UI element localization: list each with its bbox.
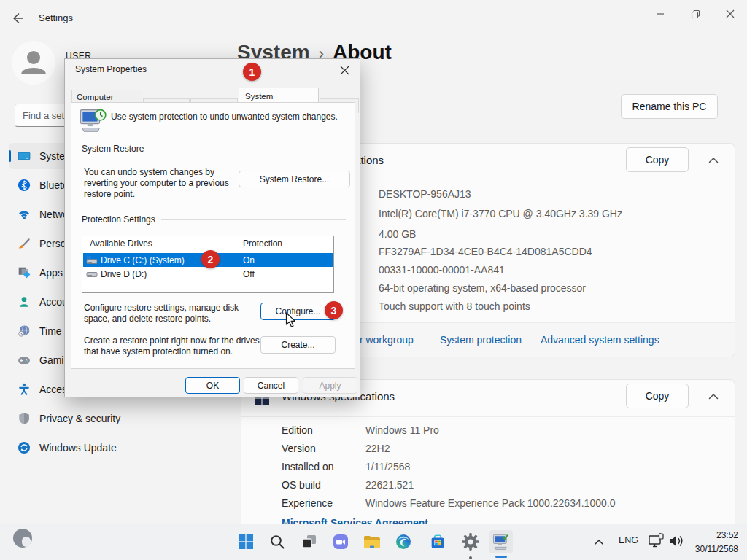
sidebar-item-privacy-security[interactable]: Privacy & security <box>9 405 228 432</box>
advanced-system-settings-link[interactable]: Advanced system settings <box>541 334 659 346</box>
bluetooth-icon <box>18 179 31 192</box>
configure-text: Configure restore settings, manage disk … <box>84 303 258 324</box>
installed-on-label: Installed on <box>282 461 334 472</box>
version-value: 22H2 <box>365 443 390 454</box>
system-restore-text: You can undo system changes by reverting… <box>84 167 239 200</box>
system-restore-heading: System Restore <box>82 144 346 154</box>
drives-table-header: Available Drives Protection <box>82 236 333 252</box>
accessibility-icon <box>18 383 31 396</box>
available-drives-header: Available Drives <box>90 238 152 249</box>
file-explorer-icon[interactable] <box>360 530 384 553</box>
product-id-value: 00331-10000-00001-AA841 <box>379 264 505 276</box>
dialog-intro-text: Use system protection to undo unwanted s… <box>111 112 352 122</box>
collapse-windows-specs-chevron[interactable] <box>705 388 721 404</box>
active-app-indicator <box>495 556 507 558</box>
system-properties-dialog: System Properties Computer Name Hardware… <box>64 58 360 397</box>
create-text: Create a restore point right now for the… <box>84 335 263 357</box>
create-button[interactable]: Create... <box>260 336 336 354</box>
tray-clock[interactable]: 23:52 30/11/2568 <box>695 529 738 556</box>
ok-button[interactable]: OK <box>185 377 240 394</box>
rename-pc-button[interactable]: Rename this PC <box>621 94 718 119</box>
tray-network-icon[interactable] <box>648 533 665 552</box>
update-icon <box>18 441 31 454</box>
system-protection-icon <box>79 108 107 136</box>
system-properties-taskbar-icon[interactable] <box>489 530 513 553</box>
window-title: Settings <box>39 12 73 23</box>
dialog-title: System Properties <box>75 64 147 74</box>
system-type-value: 64-bit operating system, x64-based proce… <box>379 282 586 294</box>
chat-icon[interactable] <box>329 530 352 553</box>
shield-icon <box>18 412 31 425</box>
drive-d-label: Drive D (D:) <box>98 269 147 279</box>
experience-value: Windows Feature Experience Pack 1000.226… <box>365 497 615 509</box>
edition-label: Edition <box>282 424 313 436</box>
installed-on-value: 1/11/2568 <box>365 461 410 472</box>
copy-windows-specs-button[interactable]: Copy <box>626 384 689 408</box>
annotation-badge-3: 3 <box>325 301 343 319</box>
gamepad-icon <box>18 354 31 367</box>
processor-value: Intel(R) Core(TM) i7-3770 CPU @ 3.40GHz … <box>379 208 622 219</box>
search-icon[interactable] <box>266 530 289 553</box>
apply-button[interactable]: Apply <box>303 377 357 394</box>
system-protection-link[interactable]: System protection <box>440 334 522 346</box>
drive-c-icon <box>86 255 98 265</box>
protection-settings-heading: Protection Settings <box>82 214 346 225</box>
globe-clock-icon <box>18 324 31 338</box>
drive-d-protection: Off <box>243 269 255 279</box>
tray-language[interactable]: ENG <box>619 535 638 545</box>
restore-button[interactable] <box>683 6 708 22</box>
apps-icon <box>18 266 31 279</box>
close-window-button[interactable] <box>718 6 743 22</box>
edition-value: Windows 11 Pro <box>365 424 439 436</box>
drive-d-icon <box>86 269 98 279</box>
wifi-icon <box>18 208 31 221</box>
drive-c-label: Drive C (C:) (System) <box>98 255 185 265</box>
start-button-icon[interactable] <box>234 530 258 553</box>
system-icon <box>18 149 31 163</box>
person-icon <box>18 295 31 308</box>
protection-header: Protection <box>243 238 282 249</box>
settings-running-indicator <box>469 556 472 559</box>
windows-specifications-card: Windows specifications Copy Edition Wind… <box>241 379 735 532</box>
experience-label: Experience <box>282 497 333 509</box>
brush-icon <box>18 237 31 250</box>
user-avatar[interactable] <box>12 41 55 85</box>
tray-chevron-up-icon[interactable] <box>593 536 605 549</box>
copy-device-specs-button[interactable]: Copy <box>626 147 689 172</box>
back-button[interactable] <box>9 10 25 26</box>
drive-c-protection: On <box>243 255 255 265</box>
ram-value: 4.00 GB <box>379 228 416 240</box>
taskbar: ENG 23:52 30/11/2568 <box>0 524 747 560</box>
mouse-cursor <box>285 312 297 331</box>
os-build-value: 22621.521 <box>365 479 414 491</box>
version-label: Version <box>282 443 316 454</box>
store-icon[interactable] <box>426 530 449 553</box>
settings-gear-icon[interactable] <box>459 530 482 553</box>
task-view-icon[interactable] <box>298 530 321 553</box>
pen-touch-value: Touch support with 8 touch points <box>379 300 530 312</box>
tray-volume-icon[interactable] <box>667 533 685 552</box>
minimize-button[interactable] <box>648 6 673 22</box>
tray-date: 30/11/2568 <box>695 542 738 556</box>
collapse-device-specs-chevron[interactable] <box>705 152 721 168</box>
sidebar-item-windows-update[interactable]: Windows Update <box>9 435 228 461</box>
edge-icon[interactable] <box>392 530 415 553</box>
device-id-value: FF3279AF-1D34-4CE0-B4C4-14D081A5CDD4 <box>379 246 592 257</box>
tray-time: 23:52 <box>695 529 738 542</box>
recorder-watermark-icon <box>12 528 33 548</box>
system-restore-button[interactable]: System Restore... <box>239 171 350 187</box>
settings-titlebar: Settings <box>0 0 747 35</box>
drive-d-row[interactable]: Drive D (D:) Off <box>83 267 333 281</box>
os-build-label: OS build <box>282 479 321 491</box>
annotation-badge-2: 2 <box>201 250 220 268</box>
annotation-badge-1: 1 <box>243 63 261 81</box>
cancel-button[interactable]: Cancel <box>244 377 298 394</box>
dialog-close-icon[interactable] <box>336 62 352 78</box>
device-name-value: DESKTOP-956AJ13 <box>379 188 471 200</box>
system-protection-tab-page: Use system protection to undo unwanted s… <box>71 102 355 369</box>
